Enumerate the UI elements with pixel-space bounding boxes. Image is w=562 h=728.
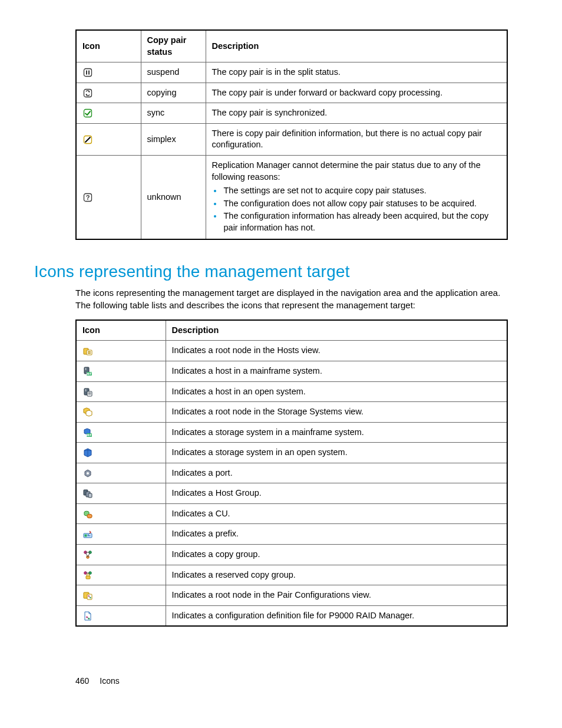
svg-marker-27 — [86, 410, 92, 416]
copy-group-icon — [82, 549, 93, 560]
desc-cell: Indicates a root node in the Pair Config… — [166, 585, 507, 606]
svg-text:M/F: M/F — [87, 433, 92, 437]
desc-cell: Indicates a storage system in a mainfram… — [166, 422, 507, 443]
desc-cell: Indicates a prefix. — [166, 524, 507, 545]
desc-cell: Replication Manager cannot determine the… — [206, 155, 507, 239]
table-row: ? unknown Replication Manager cannot det… — [76, 155, 507, 239]
bullet: The settings are set not to acquire copy… — [223, 185, 501, 197]
svg-rect-44 — [88, 535, 91, 536]
svg-text:?: ? — [86, 194, 90, 201]
desc-cell: Indicates a host in an open system. — [166, 381, 507, 402]
svg-rect-22 — [85, 390, 87, 391]
page-footer: 460 Icons — [75, 676, 120, 686]
table-row: Indicates a port. — [76, 463, 507, 483]
mainframe-storage-icon: M/F — [82, 427, 93, 438]
hosts-root-icon — [82, 346, 93, 357]
table-row: sync The copy pair is synchronized. — [76, 103, 507, 124]
svg-rect-16 — [85, 368, 87, 369]
table-row: simplex There is copy pair definition in… — [76, 123, 507, 155]
table1-header-status: Copy pair status — [141, 30, 206, 62]
table1-header-desc: Description — [206, 30, 507, 62]
page-number: 460 — [75, 676, 89, 686]
desc-cell: Indicates a configuration definition fil… — [166, 605, 507, 626]
svg-rect-42 — [85, 534, 87, 536]
simplex-icon — [82, 134, 93, 145]
svg-rect-25 — [88, 394, 91, 394]
status-cell: simplex — [141, 123, 206, 155]
table-row: suspend The copy pair is in the split st… — [76, 62, 507, 83]
svg-rect-2 — [88, 71, 90, 75]
chapter-name: Icons — [100, 676, 119, 686]
table-row: Indicates a Host Group. — [76, 483, 507, 504]
desc-cell: Indicates a storage system in an open sy… — [166, 443, 507, 463]
table-row: Indicates a reserved copy group. — [76, 565, 507, 585]
desc-intro: Replication Manager cannot determine the… — [212, 160, 481, 182]
svg-rect-0 — [84, 69, 92, 77]
svg-rect-24 — [88, 393, 91, 393]
open-host-icon — [82, 387, 93, 397]
table2-header-desc: Description — [166, 320, 507, 341]
pairconfig-root-icon — [82, 590, 93, 601]
svg-rect-17 — [85, 370, 87, 370]
desc-bullets: The settings are set not to acquire copy… — [212, 185, 501, 233]
status-cell: sync — [141, 103, 206, 124]
svg-point-35 — [87, 472, 89, 475]
desc-cell: Indicates a reserved copy group. — [166, 565, 507, 585]
desc-cell: Indicates a root node in the Hosts view. — [166, 341, 507, 361]
page: Icon Copy pair status Description suspen… — [0, 0, 562, 728]
desc-cell: The copy pair is in the split status. — [206, 62, 507, 83]
table-row: copying The copy pair is under forward o… — [76, 83, 507, 103]
svg-rect-12 — [87, 350, 92, 355]
svg-rect-13 — [88, 351, 91, 353]
table-row: Indicates a root node in the Pair Config… — [76, 585, 507, 606]
svg-rect-54 — [86, 576, 90, 579]
mainframe-host-icon: M/F — [82, 366, 93, 377]
cu-icon — [82, 509, 93, 519]
svg-rect-1 — [86, 71, 87, 75]
copy-pair-status-table: Icon Copy pair status Description suspen… — [75, 29, 508, 240]
desc-cell: Indicates a root node in the Storage Sys… — [166, 402, 507, 423]
section-heading: Icons representing the management target — [34, 262, 508, 281]
table-row: Indicates a storage system in an open sy… — [76, 443, 507, 463]
desc-cell: The copy pair is synchronized. — [206, 103, 507, 124]
bullet: The configuration does not allow copy pa… — [223, 198, 501, 210]
svg-text:M/F: M/F — [87, 372, 92, 375]
table-row: Indicates a root node in the Storage Sys… — [76, 402, 507, 423]
table-row: M/F Indicates a host in a mainframe syst… — [76, 361, 507, 381]
content-area: Icon Copy pair status Description suspen… — [75, 29, 508, 627]
desc-cell: There is copy pair definition informatio… — [206, 123, 507, 155]
table-row: Indicates a CU. — [76, 503, 507, 524]
bullet: The configuration information has alread… — [223, 210, 501, 233]
status-cell: suspend — [141, 62, 206, 83]
desc-cell: Indicates a Host Group. — [166, 483, 507, 504]
table-row: M/F Indicates a storage system in a main… — [76, 422, 507, 443]
management-target-table: Icon Description Indicates a root node i — [75, 319, 508, 627]
table-row: Indicates a host in an open system. — [76, 381, 507, 402]
table1-header-icon: Icon — [76, 30, 141, 62]
host-group-icon — [82, 488, 93, 499]
status-cell: unknown — [141, 155, 206, 239]
svg-rect-14 — [88, 353, 91, 354]
status-cell: copying — [141, 83, 206, 103]
copying-icon — [82, 88, 93, 98]
table-row: Indicates a prefix. — [76, 524, 507, 545]
suspend-icon — [82, 67, 93, 78]
svg-rect-21 — [85, 389, 87, 390]
config-file-icon — [82, 611, 93, 621]
reserved-copy-group-icon — [82, 570, 93, 581]
sync-icon — [82, 108, 93, 118]
desc-cell: Indicates a host in a mainframe system. — [166, 361, 507, 381]
desc-cell: Indicates a copy group. — [166, 545, 507, 565]
table2-header-icon: Icon — [76, 320, 166, 341]
section-intro: The icons representing the management ta… — [75, 287, 508, 311]
open-storage-icon — [82, 447, 93, 458]
port-icon — [82, 468, 93, 479]
table-row: Indicates a configuration definition fil… — [76, 605, 507, 626]
unknown-icon: ? — [82, 192, 93, 203]
desc-cell: The copy pair is under forward or backwa… — [206, 83, 507, 103]
storage-root-icon — [82, 407, 93, 417]
prefix-icon — [82, 529, 93, 540]
svg-rect-38 — [88, 493, 92, 498]
desc-cell: Indicates a CU. — [166, 503, 507, 524]
table-row: Indicates a copy group. — [76, 545, 507, 565]
